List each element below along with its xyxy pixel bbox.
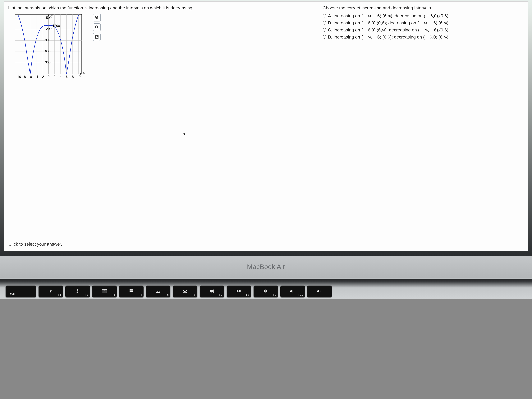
key-label: F7 bbox=[219, 293, 222, 296]
key-f4[interactable]: F4 bbox=[119, 285, 144, 298]
choice-label: B. bbox=[328, 20, 332, 25]
ytick-1200: 1200 bbox=[44, 27, 51, 31]
svg-point-27 bbox=[50, 291, 51, 291]
svg-line-23 bbox=[97, 28, 99, 29]
key-label: F8 bbox=[246, 293, 249, 296]
choice-label: A. bbox=[328, 13, 332, 18]
key-label: F2 bbox=[85, 293, 88, 296]
keyboard-brightness-up-icon bbox=[183, 289, 188, 294]
keyboard: esc F1 F2 F3 F4 bbox=[0, 279, 532, 299]
key-label: F9 bbox=[273, 293, 276, 296]
xtick-10: 10 bbox=[77, 75, 81, 79]
choice-c[interactable]: C.increasing on ( − 6,0),(6,∞); decreasi… bbox=[323, 27, 524, 32]
svg-marker-64 bbox=[264, 290, 266, 292]
answer-choices: A.increasing on ( − ∞, − 6),(6,∞); decre… bbox=[323, 13, 524, 40]
svg-line-33 bbox=[51, 292, 52, 292]
choice-b[interactable]: B.increasing on ( − 6,0),(0,6); decreasi… bbox=[323, 20, 524, 25]
brightness-up-icon bbox=[75, 289, 80, 294]
svg-rect-47 bbox=[102, 291, 107, 293]
xtick-n4: -4 bbox=[35, 75, 38, 79]
key-f11-partial[interactable] bbox=[307, 285, 332, 298]
zoom-out-icon[interactable] bbox=[93, 23, 101, 31]
svg-line-44 bbox=[78, 290, 79, 290]
mute-icon bbox=[290, 289, 295, 294]
key-label: F3 bbox=[112, 293, 115, 296]
macbook-label: MacBook Air bbox=[0, 256, 532, 279]
svg-rect-52 bbox=[131, 291, 132, 291]
key-f1[interactable]: F1 bbox=[38, 285, 63, 298]
key-f9[interactable]: F9 bbox=[253, 285, 278, 298]
ytick-600: 600 bbox=[45, 49, 51, 53]
xtick-n2: -2 bbox=[41, 75, 44, 79]
cursor-icon: ➤ bbox=[183, 132, 187, 137]
rewind-icon bbox=[209, 289, 215, 294]
ytick-900: 900 bbox=[45, 38, 51, 42]
choice-label: D. bbox=[328, 34, 332, 39]
ytick-300: 300 bbox=[45, 60, 51, 64]
xtick-6: 6 bbox=[66, 75, 68, 79]
key-f2[interactable]: F2 bbox=[65, 285, 90, 298]
svg-line-41 bbox=[76, 290, 77, 290]
key-label: F4 bbox=[139, 293, 142, 296]
choice-text: increasing on ( − 6,0),(0,6); decreasing… bbox=[334, 20, 448, 25]
svg-line-35 bbox=[51, 290, 52, 290]
svg-rect-50 bbox=[132, 289, 133, 290]
key-label: F6 bbox=[192, 293, 196, 296]
xtick-0: 0 bbox=[48, 75, 50, 79]
radio-icon[interactable] bbox=[323, 14, 326, 18]
zoom-in-icon[interactable] bbox=[93, 14, 101, 21]
svg-marker-61 bbox=[237, 290, 239, 292]
radio-icon[interactable] bbox=[323, 28, 326, 32]
key-label: F5 bbox=[165, 293, 169, 296]
keyboard-brightness-down-icon bbox=[156, 289, 161, 294]
question-text: List the intervals on which the function… bbox=[8, 5, 315, 11]
xtick-n10: -10 bbox=[16, 75, 21, 79]
key-f5[interactable]: F5 bbox=[146, 285, 171, 298]
key-label: F10 bbox=[298, 293, 303, 296]
key-label: esc bbox=[9, 291, 15, 296]
svg-line-42 bbox=[78, 292, 79, 292]
svg-line-32 bbox=[50, 290, 50, 290]
svg-line-57 bbox=[183, 290, 184, 291]
svg-point-36 bbox=[77, 290, 78, 292]
choice-label: C. bbox=[328, 27, 332, 32]
key-f10[interactable]: F10 bbox=[280, 285, 305, 298]
choice-d[interactable]: D.increasing on ( − ∞, − 6),(0,6); decre… bbox=[323, 34, 524, 40]
svg-line-26 bbox=[97, 36, 98, 37]
xtick-8: 8 bbox=[72, 75, 74, 79]
ytick-1500: 1500 bbox=[44, 16, 51, 19]
xtick-n6: -6 bbox=[29, 75, 32, 79]
svg-rect-48 bbox=[130, 289, 131, 290]
key-f7[interactable]: F7 bbox=[200, 285, 224, 298]
svg-marker-65 bbox=[266, 290, 267, 292]
xaxis-label: x bbox=[83, 71, 85, 74]
svg-line-43 bbox=[76, 292, 77, 292]
key-f3[interactable]: F3 bbox=[92, 285, 117, 298]
choice-text: increasing on ( − ∞, − 6),(6,∞); decreas… bbox=[334, 13, 450, 18]
svg-line-34 bbox=[50, 292, 50, 292]
popout-icon[interactable] bbox=[93, 33, 101, 41]
choice-text: increasing on ( − 6,0),(6,∞); decreasing… bbox=[334, 27, 448, 32]
radio-icon[interactable] bbox=[323, 21, 326, 25]
fast-forward-icon bbox=[263, 289, 268, 294]
key-esc[interactable]: esc bbox=[6, 285, 36, 298]
answer-prompt: Choose the correct increasing and decrea… bbox=[323, 5, 524, 11]
svg-rect-45 bbox=[102, 289, 104, 291]
svg-marker-67 bbox=[317, 290, 319, 292]
key-f8[interactable]: F8 bbox=[227, 285, 251, 298]
svg-marker-66 bbox=[290, 290, 292, 292]
svg-marker-59 bbox=[212, 290, 213, 292]
play-pause-icon bbox=[236, 289, 241, 294]
function-graph: 1500 1200 900 600 300 -10 -8 -6 -4 -2 0 bbox=[10, 13, 87, 85]
radio-icon[interactable] bbox=[323, 35, 326, 39]
choice-a[interactable]: A.increasing on ( − ∞, − 6),(6,∞); decre… bbox=[323, 13, 524, 19]
svg-line-19 bbox=[97, 18, 99, 19]
graph-toolbar bbox=[93, 14, 101, 41]
svg-rect-51 bbox=[130, 291, 131, 291]
xtick-n8: -8 bbox=[23, 75, 26, 79]
xtick-2: 2 bbox=[54, 75, 56, 79]
launchpad-icon bbox=[129, 289, 134, 294]
key-f6[interactable]: F6 bbox=[173, 285, 197, 298]
footer-hint: Click to select your answer. bbox=[4, 242, 528, 251]
choice-text: increasing on ( − ∞, − 6),(0,6); decreas… bbox=[334, 34, 448, 39]
